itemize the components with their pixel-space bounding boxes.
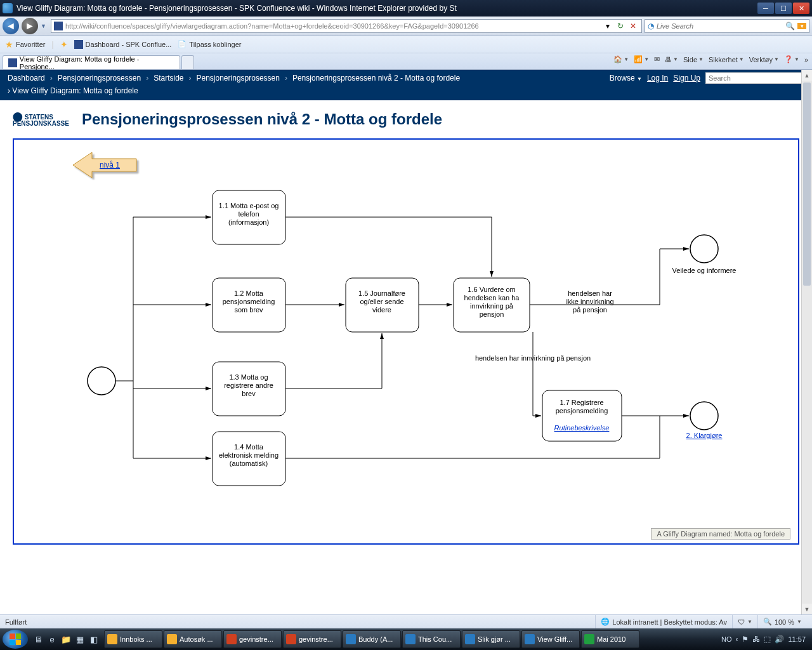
taskbar-item[interactable]: View Gliff... bbox=[521, 630, 580, 648]
browser-tab-active[interactable]: View Gliffy Diagram: Motta og fordele - … bbox=[3, 55, 180, 69]
node-1-7: 1.7 RegistrerepensjonsmeldingRutinebeskr… bbox=[542, 390, 622, 441]
ql-ie-icon[interactable]: e bbox=[46, 631, 58, 647]
svg-rect-13 bbox=[542, 390, 622, 441]
mail-button[interactable]: ✉ bbox=[654, 55, 660, 63]
ie-icon bbox=[346, 634, 356, 644]
rutinebeskrivelse-link[interactable]: Rutinebeskrivelse bbox=[554, 424, 610, 432]
crumb-process[interactable]: Pensjoneringsprosessen bbox=[197, 74, 280, 83]
star-icon: ★ bbox=[5, 39, 13, 50]
node-1-6: 1.6 Vurdere omhendelsen kan hainnvirknin… bbox=[454, 278, 530, 332]
feeds-button[interactable]: 📶▼ bbox=[634, 55, 649, 63]
close-button[interactable]: ✕ bbox=[793, 3, 809, 14]
ql-desktop-icon[interactable]: 🖥 bbox=[32, 631, 44, 647]
window-titlebar: View Gliffy Diagram: Motta og fordele - … bbox=[0, 0, 812, 17]
site-icon bbox=[74, 40, 83, 49]
lang-indicator[interactable]: NO bbox=[721, 635, 732, 643]
scroll-up-icon[interactable]: ▲ bbox=[802, 70, 812, 81]
spk-logo: ⬤ STATENS PENSJONSKASSE bbox=[13, 112, 69, 127]
ql-app-icon[interactable]: ◧ bbox=[88, 631, 100, 647]
confluence-breadcrumb: Dashboard› Pensjoneringsprosessen› Start… bbox=[0, 70, 812, 86]
address-bar[interactable]: ▾ ↻ ✕ bbox=[51, 19, 642, 33]
safety-menu[interactable]: Sikkerhet▼ bbox=[709, 56, 744, 63]
login-link[interactable]: Log In bbox=[647, 74, 668, 83]
add-favorite-button[interactable]: ✦ bbox=[60, 39, 68, 50]
expand-icon[interactable]: » bbox=[804, 56, 808, 63]
edge-label-no: hendelsen harikke innvirkningpå pensjon bbox=[566, 289, 613, 314]
tray-expand-icon[interactable]: ‹ bbox=[735, 635, 738, 644]
volume-icon[interactable]: 🔊 bbox=[775, 635, 784, 644]
klargjore-link[interactable]: 2. Klargjøre bbox=[686, 432, 723, 439]
ql-explorer-icon[interactable]: 📁 bbox=[60, 631, 72, 647]
tray-icon[interactable]: ⚑ bbox=[742, 635, 749, 644]
maximize-button[interactable]: ☐ bbox=[775, 3, 792, 14]
crumb-startside[interactable]: Startside bbox=[154, 74, 183, 83]
help-button[interactable]: ❓▼ bbox=[784, 55, 799, 63]
print-button[interactable]: 🖶▼ bbox=[665, 56, 678, 63]
site-icon bbox=[8, 58, 17, 67]
windows-taskbar: 🖥 e 📁 ▦ ◧ Innboks ... Autosøk ... gevins… bbox=[0, 628, 812, 650]
protected-mode-icon[interactable]: 🛡▼ bbox=[732, 615, 757, 628]
start-button[interactable] bbox=[3, 630, 28, 649]
taskbar-item[interactable]: This Cou... bbox=[402, 630, 461, 648]
minimize-button[interactable]: ─ bbox=[757, 3, 774, 14]
tray-icon[interactable]: ⬚ bbox=[764, 635, 771, 644]
end-node-1 bbox=[690, 235, 718, 263]
nav-history-dropdown[interactable]: ▼ bbox=[41, 23, 48, 29]
page-menu[interactable]: Side▼ bbox=[683, 56, 704, 63]
crumb-page[interactable]: Pensjoneringsprosessen nivå 2 - Motta og… bbox=[292, 74, 460, 83]
favorites-bar: ★Favoritter | ✦ Dashboard - SPK Conflue.… bbox=[0, 36, 812, 53]
search-dropdown[interactable]: ▾ bbox=[797, 23, 806, 29]
favorite-link-tilpass[interactable]: 📄Tilpass koblinger bbox=[178, 40, 241, 48]
back-button[interactable]: ◄ bbox=[3, 18, 19, 34]
zoom-control[interactable]: 🔍 100 % ▼ bbox=[757, 615, 807, 628]
start-node bbox=[88, 367, 115, 395]
new-tab-button[interactable] bbox=[181, 55, 194, 69]
favorite-link-dashboard[interactable]: Dashboard - SPK Conflue... bbox=[74, 40, 172, 49]
signup-link[interactable]: Sign Up bbox=[673, 74, 700, 83]
svg-text:nivå 1: nivå 1 bbox=[100, 161, 120, 169]
clock[interactable]: 11:57 bbox=[788, 635, 806, 643]
crumb-current: View Gliffy Diagram: Motta og fordele bbox=[12, 86, 138, 95]
browser-tabbar: View Gliffy Diagram: Motta og fordele - … bbox=[0, 53, 812, 70]
scroll-thumb[interactable] bbox=[803, 83, 811, 286]
excel-icon bbox=[584, 634, 594, 644]
crumb-dashboard[interactable]: Dashboard bbox=[8, 74, 45, 83]
refresh-button[interactable]: ↻ bbox=[615, 20, 626, 32]
network-icon[interactable]: 🖧 bbox=[752, 635, 760, 644]
url-input[interactable] bbox=[65, 22, 599, 30]
taskbar-item[interactable]: Autosøk ... bbox=[164, 630, 222, 648]
page-scrollbar[interactable]: ▲ ▼ bbox=[801, 70, 812, 614]
taskbar-item[interactable]: gevinstre... bbox=[223, 630, 282, 648]
page-title: Pensjoneringsprosessen nivå 2 - Motta og… bbox=[82, 110, 442, 128]
confluence-search[interactable] bbox=[705, 72, 807, 84]
stop-button[interactable]: ✕ bbox=[627, 20, 639, 32]
home-button[interactable]: 🏠▼ bbox=[613, 55, 629, 63]
search-input[interactable] bbox=[657, 22, 783, 30]
system-tray[interactable]: NO ‹ ⚑ 🖧 ⬚ 🔊 11:57 bbox=[721, 635, 809, 644]
favorites-button[interactable]: ★Favoritter bbox=[5, 39, 45, 50]
taskbar-item[interactable]: Buddy (A... bbox=[343, 630, 401, 648]
diagram-caption: A Gliffy Diagram named: Motta og fordele bbox=[651, 528, 790, 540]
tools-menu[interactable]: Verktøy▼ bbox=[749, 56, 779, 63]
search-go-icon[interactable]: 🔍 bbox=[785, 22, 795, 30]
taskbar-item[interactable]: Mai 2010 bbox=[581, 630, 639, 648]
url-dropdown[interactable]: ▾ bbox=[602, 20, 613, 32]
taskbar-item[interactable]: Innboks ... bbox=[104, 630, 162, 648]
security-zone[interactable]: 🌐Lokalt intranett | Beskyttet modus: Av bbox=[595, 615, 732, 628]
forward-button[interactable]: ► bbox=[22, 18, 38, 34]
browse-menu[interactable]: Browse ▼ bbox=[610, 74, 642, 83]
favorite-label: Dashboard - SPK Conflue... bbox=[86, 41, 172, 48]
ql-app-icon[interactable]: ▦ bbox=[74, 631, 86, 647]
scroll-down-icon[interactable]: ▼ bbox=[802, 604, 812, 614]
taskbar-item[interactable]: Slik gjør ... bbox=[462, 630, 520, 648]
svg-text:1.7 Registrerepensjonsmelding: 1.7 Registrerepensjonsmelding bbox=[556, 399, 608, 415]
tab-label: View Gliffy Diagram: Motta og fordele - … bbox=[20, 55, 174, 70]
browser-search[interactable]: ◔ 🔍 ▾ bbox=[645, 19, 809, 33]
back-arrow-niva1[interactable]: nivå 1 bbox=[73, 152, 136, 178]
outlook-icon bbox=[107, 634, 117, 644]
star-add-icon: ✦ bbox=[60, 39, 68, 50]
edge-label-yes: hendelsen har innvirkning på pensjon bbox=[475, 354, 591, 362]
search-provider-icon: ◔ bbox=[648, 22, 654, 30]
crumb-space[interactable]: Pensjoneringsprosessen bbox=[58, 74, 141, 83]
taskbar-item[interactable]: gevinstre... bbox=[283, 630, 341, 648]
